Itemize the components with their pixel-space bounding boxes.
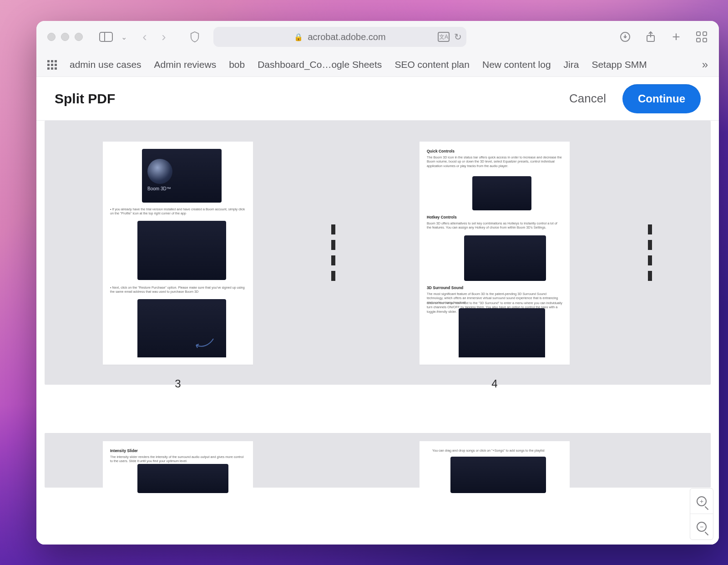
downloads-button[interactable] bbox=[619, 31, 632, 43]
thumb3-line2: • Next, click on the "Restore Purchase" … bbox=[110, 285, 246, 294]
apps-grid-icon[interactable] bbox=[47, 60, 57, 70]
split-divider-handle[interactable] bbox=[648, 224, 652, 281]
bookmark-item[interactable]: admin use cases bbox=[70, 59, 142, 70]
zoom-controls: + − bbox=[690, 488, 713, 540]
continue-button[interactable]: Continue bbox=[622, 84, 701, 113]
page-title: Split PDF bbox=[55, 91, 115, 107]
page-thumbnail-6[interactable]: You can drag and drop songs or click on … bbox=[420, 441, 570, 545]
lock-icon: 🔒 bbox=[294, 33, 303, 41]
thumbnails-area: Boom 3D™ • If you already have the trial… bbox=[36, 121, 719, 545]
url-host: acrobat.adobe.com bbox=[308, 32, 385, 42]
bookmark-item[interactable]: SEO content plan bbox=[394, 59, 470, 70]
thumb4-sec2-title: Hotkey Controls bbox=[427, 215, 457, 220]
bookmark-item[interactable]: bob bbox=[229, 59, 245, 70]
back-button[interactable]: ‹ bbox=[136, 29, 153, 45]
thumb4-sec1-body: The Boom 3D icon in the status bar offer… bbox=[427, 155, 562, 168]
thumbnail-row: Intensity Slider The intensity slider re… bbox=[45, 433, 711, 488]
privacy-shield-icon[interactable] bbox=[186, 29, 203, 45]
zoom-in-button[interactable]: + bbox=[690, 489, 713, 514]
thumb4-sec1-title: Quick Controls bbox=[427, 149, 455, 154]
bookmark-item[interactable]: Dashboard_Co…ogle Sheets bbox=[258, 59, 382, 70]
browser-toolbar: ⌄ ‹ › 🔒 acrobat.adobe.com 文A ↻ + bbox=[36, 21, 719, 53]
bookmark-item[interactable]: Jira bbox=[564, 59, 579, 70]
browser-window: ⌄ ‹ › 🔒 acrobat.adobe.com 文A ↻ + bbox=[36, 21, 719, 545]
bookmark-item[interactable]: Setapp SMM bbox=[592, 59, 647, 70]
sidebar-toggle-button[interactable] bbox=[97, 29, 115, 45]
tab-group-chevron-icon[interactable]: ⌄ bbox=[121, 33, 127, 41]
thumb5-body: The intensity slider renders the intensi… bbox=[110, 455, 246, 463]
zoom-window-button[interactable] bbox=[75, 33, 83, 41]
page-number-label: 3 bbox=[175, 377, 181, 390]
thumb5-title: Intensity Slider bbox=[110, 448, 138, 453]
forward-button[interactable]: › bbox=[155, 29, 172, 45]
new-tab-button[interactable]: + bbox=[670, 31, 682, 43]
page-thumbnail-5[interactable]: Intensity Slider The intensity slider re… bbox=[103, 441, 253, 545]
thumb6-body: You can drag and drop songs or click on … bbox=[432, 448, 557, 453]
cancel-button[interactable]: Cancel bbox=[569, 92, 606, 106]
page-number-label: 4 bbox=[491, 377, 497, 390]
thumb4-sec3-title: 3D Surround Sound bbox=[427, 285, 463, 290]
minimize-window-button[interactable] bbox=[61, 33, 69, 41]
window-controls bbox=[47, 33, 83, 41]
share-button[interactable] bbox=[644, 31, 657, 43]
bookmarks-overflow-button[interactable]: » bbox=[702, 58, 708, 71]
zoom-out-button[interactable]: − bbox=[690, 514, 713, 540]
bookmark-item[interactable]: Admin reviews bbox=[154, 59, 217, 70]
thumbnail-row: Boom 3D™ • If you already have the trial… bbox=[45, 121, 711, 385]
tab-overview-button[interactable] bbox=[695, 31, 708, 43]
page-thumbnail-3[interactable]: Boom 3D™ • If you already have the trial… bbox=[103, 142, 253, 365]
address-bar[interactable]: 🔒 acrobat.adobe.com 文A ↻ bbox=[213, 27, 466, 47]
page-header: Split PDF Cancel Continue bbox=[36, 77, 719, 121]
bookmarks-bar: admin use cases Admin reviews bob Dashbo… bbox=[36, 53, 719, 76]
page-thumbnail-4[interactable]: Quick Controls The Boom 3D icon in the s… bbox=[420, 142, 570, 365]
thumb4-sec2-body: Boom 3D offers alternatives to set key c… bbox=[427, 221, 562, 230]
thumb3-line1: • If you already have the trial version … bbox=[110, 207, 246, 216]
bookmark-item[interactable]: New content log bbox=[482, 59, 551, 70]
translate-icon[interactable]: 文A bbox=[438, 32, 450, 42]
close-window-button[interactable] bbox=[47, 33, 56, 41]
thumb3-brand: Boom 3D™ bbox=[147, 186, 171, 192]
split-divider-handle[interactable] bbox=[331, 224, 335, 281]
reload-button[interactable]: ↻ bbox=[454, 31, 462, 42]
page-content: Split PDF Cancel Continue Boom 3D™ • If … bbox=[36, 76, 719, 545]
